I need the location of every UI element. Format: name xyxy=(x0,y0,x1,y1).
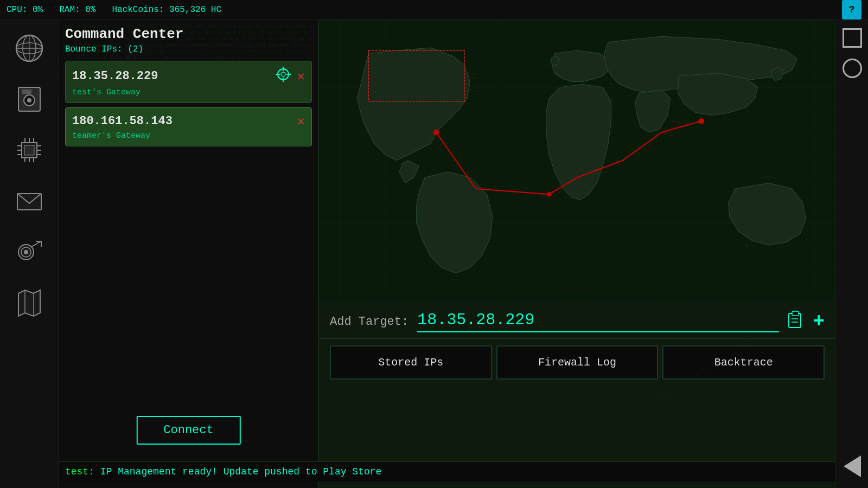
circle-button[interactable] xyxy=(843,59,862,78)
svg-point-41 xyxy=(433,130,439,135)
ram-stat: RAM: 0% xyxy=(59,5,95,15)
cpu-stat: CPU: 0% xyxy=(7,5,43,15)
target-label: Add Target: xyxy=(330,315,409,329)
svg-point-42 xyxy=(699,118,704,124)
main-panel: www.hackhome.com SYN ACK FIN RST PSH URG… xyxy=(59,20,835,488)
ip-address-2: 180.161.58.143 xyxy=(72,114,173,128)
square-button[interactable] xyxy=(843,28,862,48)
ip-actions-1: ✕ xyxy=(276,67,305,86)
svg-rect-45 xyxy=(792,311,799,316)
target-icon-1[interactable] xyxy=(276,67,291,86)
status-bar: test: IP Management ready! Update pushed… xyxy=(59,461,835,481)
svg-marker-30 xyxy=(18,290,40,316)
stored-ips-button[interactable]: Stored IPs xyxy=(330,345,492,380)
help-button[interactable]: ? xyxy=(842,0,861,20)
firewall-log-button[interactable]: Firewall Log xyxy=(496,345,659,380)
add-target-button[interactable]: + xyxy=(813,311,825,333)
connect-button[interactable]: Connect xyxy=(136,416,240,445)
sidebar-item-mail[interactable] xyxy=(5,177,54,226)
gateway-name-1: test's Gateway xyxy=(72,88,305,97)
svg-rect-10 xyxy=(24,145,34,155)
status-message: IP Management ready! Update pushed to Pl… xyxy=(94,466,381,477)
world-map xyxy=(319,20,835,301)
close-icon-1[interactable]: ✕ xyxy=(297,68,305,84)
ip-entry-2[interactable]: 180.161.58.143 ✕ teamer's Gateway xyxy=(65,107,312,146)
clipboard-icon[interactable] xyxy=(788,310,804,333)
sidebar-item-disk[interactable] xyxy=(5,75,54,124)
svg-point-34 xyxy=(281,72,285,76)
svg-rect-8 xyxy=(22,89,31,94)
sidebar-item-map[interactable] xyxy=(5,279,54,328)
right-panel: Add Target: + Stored IPs Firewall Log Ba… xyxy=(319,20,835,488)
action-buttons: Stored IPs Firewall Log Backtrace xyxy=(319,339,835,386)
sidebar-item-chip[interactable] xyxy=(5,126,54,175)
svg-point-7 xyxy=(27,98,31,102)
bounce-ips-label: Bounce IPs: (2) xyxy=(65,44,312,54)
svg-point-26 xyxy=(24,250,28,254)
svg-point-43 xyxy=(547,192,551,196)
left-panel: www.hackhome.com SYN ACK FIN RST PSH URG… xyxy=(59,20,319,488)
sidebar-item-globe[interactable] xyxy=(5,24,54,73)
hackcoins-stat: HackCoins: 365,326 HC xyxy=(112,5,221,15)
back-button[interactable] xyxy=(844,455,861,477)
right-sidebar xyxy=(835,20,868,488)
target-input[interactable] xyxy=(417,311,779,332)
backtrace-button[interactable]: Backtrace xyxy=(662,345,825,380)
svg-line-27 xyxy=(31,241,41,247)
status-prefix: test: xyxy=(65,466,94,477)
ip-address-1: 18.35.28.229 xyxy=(72,69,158,83)
sidebar-item-missions[interactable] xyxy=(5,228,54,277)
ip-entry-1[interactable]: 18.35.28.229 ✕ xyxy=(65,61,312,103)
sidebar xyxy=(0,20,59,488)
panel-title: Command Center xyxy=(65,26,312,42)
topbar: CPU: 0% RAM: 0% HackCoins: 365,326 HC ? xyxy=(0,0,868,20)
gateway-name-2: teamer's Gateway xyxy=(72,131,305,140)
target-area: Add Target: + xyxy=(319,301,835,339)
close-icon-2[interactable]: ✕ xyxy=(297,113,305,129)
ip-actions-2: ✕ xyxy=(297,113,305,129)
